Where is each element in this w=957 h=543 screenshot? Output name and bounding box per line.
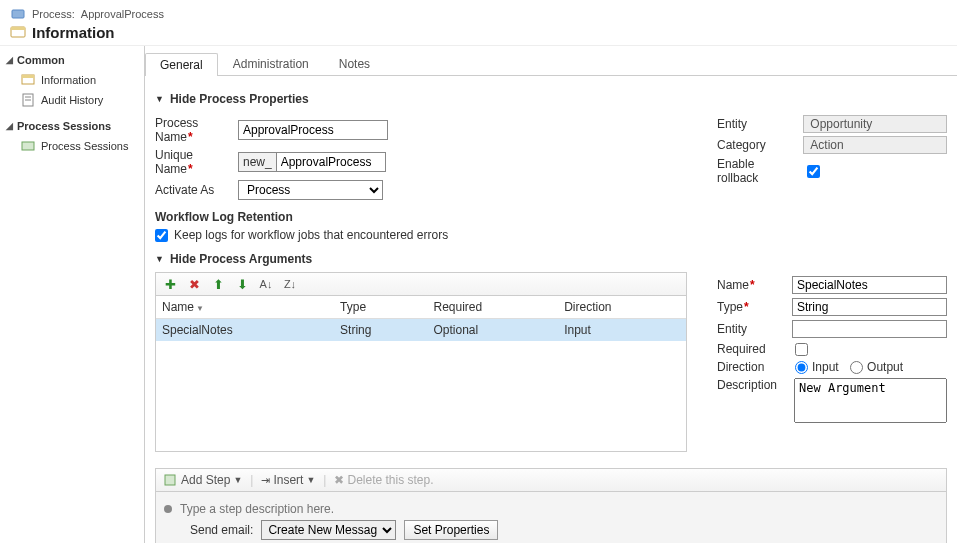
arg-required-label: Required bbox=[717, 342, 787, 356]
send-email-label: Send email: bbox=[190, 523, 253, 537]
move-up-button[interactable]: ⬆ bbox=[210, 276, 226, 292]
sidebar-item-label: Information bbox=[41, 74, 96, 86]
step-bullet-icon bbox=[164, 505, 172, 513]
unique-name-input[interactable] bbox=[276, 152, 386, 172]
insert-step-button[interactable]: ⇥Insert ▼ bbox=[261, 473, 315, 487]
argument-row[interactable]: SpecialNotes String Optional Input bbox=[156, 319, 686, 342]
page-title: Information bbox=[32, 24, 115, 41]
col-name[interactable]: Name▼ bbox=[156, 296, 334, 319]
tab-administration[interactable]: Administration bbox=[218, 52, 324, 75]
arg-entity-label: Entity bbox=[717, 322, 784, 336]
workflow-log-header: Workflow Log Retention bbox=[155, 210, 677, 224]
arg-type-label: Type* bbox=[717, 300, 784, 314]
info-icon bbox=[10, 25, 26, 41]
delete-step-button[interactable]: ✖ Delete this step. bbox=[334, 473, 433, 487]
arg-direction-label: Direction bbox=[717, 360, 787, 374]
enable-rollback-checkbox[interactable] bbox=[807, 165, 820, 178]
arg-type-input[interactable] bbox=[792, 298, 947, 316]
set-properties-button[interactable]: Set Properties bbox=[404, 520, 498, 540]
arg-description-input[interactable] bbox=[794, 378, 947, 423]
tab-notes[interactable]: Notes bbox=[324, 52, 385, 75]
x-icon: ✖ bbox=[334, 473, 344, 487]
sidebar-item-label: Audit History bbox=[41, 94, 103, 106]
svg-rect-0 bbox=[12, 10, 24, 18]
argument-detail: Name* Type* Entity Required bbox=[717, 272, 947, 452]
arguments-toolbar: ✚ ✖ ⬆ ⬇ A↓ Z↓ bbox=[156, 273, 686, 296]
radio-label-input: Input bbox=[812, 360, 839, 374]
arg-entity-input[interactable] bbox=[792, 320, 947, 338]
arg-name-label: Name* bbox=[717, 278, 784, 292]
col-direction[interactable]: Direction bbox=[558, 296, 686, 319]
arg-name-input[interactable] bbox=[792, 276, 947, 294]
info-card-icon bbox=[20, 72, 36, 88]
send-email-select[interactable]: Create New Message bbox=[261, 520, 396, 540]
sessions-icon bbox=[20, 138, 36, 154]
radio-label-output: Output bbox=[867, 360, 903, 374]
arg-description-label: Description bbox=[717, 378, 786, 392]
arguments-grid: ✚ ✖ ⬆ ⬇ A↓ Z↓ Name▼ Type Required Direct… bbox=[155, 272, 687, 452]
sidebar-item-process-sessions[interactable]: Process Sessions bbox=[6, 136, 138, 156]
category-value: Action bbox=[803, 136, 947, 154]
section-process-arguments[interactable]: ▼Hide Process Arguments bbox=[155, 252, 947, 266]
activate-as-label: Activate As bbox=[155, 183, 230, 197]
tab-general[interactable]: General bbox=[145, 53, 218, 76]
move-down-button[interactable]: ⬇ bbox=[234, 276, 250, 292]
sidebar: ◢Common Information Audit History ◢Proce… bbox=[0, 46, 145, 543]
sort-desc-button[interactable]: Z↓ bbox=[282, 276, 298, 292]
process-name-label: Process Name* bbox=[155, 116, 230, 144]
sidebar-group-process-sessions[interactable]: ◢Process Sessions bbox=[6, 120, 138, 132]
step-row[interactable] bbox=[164, 502, 938, 516]
category-label: Category bbox=[717, 138, 793, 152]
sort-asc-button[interactable]: A↓ bbox=[258, 276, 274, 292]
entity-label: Entity bbox=[717, 117, 793, 131]
svg-rect-2 bbox=[11, 27, 25, 30]
arg-direction-input-radio[interactable] bbox=[795, 361, 808, 374]
sidebar-item-label: Process Sessions bbox=[41, 140, 128, 152]
add-step-icon bbox=[162, 472, 178, 488]
svg-rect-4 bbox=[22, 75, 34, 78]
arg-required-checkbox[interactable] bbox=[795, 343, 808, 356]
sidebar-item-audit-history[interactable]: Audit History bbox=[6, 90, 138, 110]
delete-argument-button[interactable]: ✖ bbox=[186, 276, 202, 292]
header: Process: ApprovalProcess Information bbox=[0, 0, 957, 46]
add-step-button[interactable]: Add Step ▼ bbox=[162, 472, 242, 488]
col-required[interactable]: Required bbox=[427, 296, 558, 319]
enable-rollback-label: Enable rollback bbox=[717, 157, 797, 185]
header-prefix: Process: bbox=[32, 8, 75, 20]
audit-icon bbox=[20, 92, 36, 108]
keep-logs-label: Keep logs for workflow jobs that encount… bbox=[174, 228, 448, 242]
step-description-input[interactable] bbox=[180, 502, 580, 516]
tab-bar: General Administration Notes bbox=[145, 52, 957, 76]
col-type[interactable]: Type bbox=[334, 296, 427, 319]
process-icon bbox=[10, 6, 26, 22]
sidebar-item-information[interactable]: Information bbox=[6, 70, 138, 90]
add-argument-button[interactable]: ✚ bbox=[162, 276, 178, 292]
keep-logs-checkbox[interactable] bbox=[155, 229, 168, 242]
section-process-properties[interactable]: ▼Hide Process Properties bbox=[155, 92, 947, 106]
steps-panel: Add Step ▼ | ⇥Insert ▼ | ✖ Delete this s… bbox=[155, 468, 947, 543]
unique-name-label: Unique Name* bbox=[155, 148, 230, 176]
steps-toolbar: Add Step ▼ | ⇥Insert ▼ | ✖ Delete this s… bbox=[156, 469, 946, 492]
unique-name-prefix: new_ bbox=[238, 152, 276, 172]
arg-direction-output-radio[interactable] bbox=[850, 361, 863, 374]
step-send-email: Send email: Create New Message Set Prope… bbox=[190, 520, 938, 540]
svg-rect-8 bbox=[22, 142, 34, 150]
sidebar-group-common[interactable]: ◢Common bbox=[6, 54, 138, 66]
entity-value: Opportunity bbox=[803, 115, 947, 133]
svg-rect-9 bbox=[165, 475, 175, 485]
header-breadcrumb: Process: ApprovalProcess bbox=[10, 6, 947, 22]
activate-as-select[interactable]: Process bbox=[238, 180, 383, 200]
header-process-name: ApprovalProcess bbox=[81, 8, 164, 20]
process-name-input[interactable] bbox=[238, 120, 388, 140]
